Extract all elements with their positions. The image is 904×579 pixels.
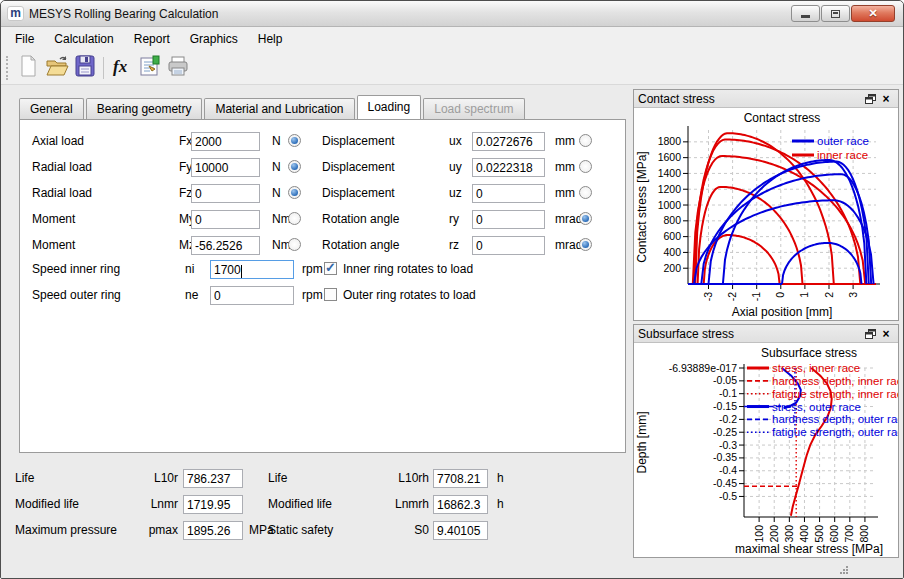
svg-text:-0.45: -0.45 [713,477,737,489]
svg-text:Axial position [mm]: Axial position [mm] [732,305,833,319]
menu-item-graphics[interactable]: Graphics [180,28,248,50]
svg-text:700: 700 [843,525,855,543]
field-label: Displacement [322,160,395,174]
dock-panel-header[interactable]: Subsurface stress × [634,325,898,343]
ni-input[interactable] [210,260,294,279]
new-file-button[interactable] [15,54,43,82]
menu-item-calculation[interactable]: Calculation [44,28,123,50]
close-panel-icon[interactable]: × [878,92,894,106]
Fx-input[interactable] [191,132,260,151]
svg-text:outer race: outer race [817,135,869,147]
Lnmrh-value[interactable] [433,495,488,514]
field-unit: mm [555,186,575,200]
ux-radio[interactable] [579,134,592,147]
dock-panel-header[interactable]: Contact stress × [634,90,898,108]
result-symbol: L10rh [371,471,429,485]
minimize-button[interactable] [791,5,820,22]
float-panel-icon[interactable] [862,92,878,106]
Fz-input[interactable] [191,184,260,203]
form-row: Axial loadFxNDisplacementuxmm [20,132,625,154]
uy-input[interactable] [472,158,545,177]
field-label: Moment [32,238,75,252]
close-panel-icon[interactable]: × [878,327,894,341]
menu-item-help[interactable]: Help [248,28,293,50]
ni-rotation-checkbox[interactable] [324,262,337,275]
Fz-radio[interactable] [288,186,301,199]
uz-input[interactable] [472,184,545,203]
svg-text:Contact stress [MPa]: Contact stress [MPa] [635,151,649,262]
float-panel-icon[interactable] [862,327,878,341]
svg-text:stress, outer race: stress, outer race [772,401,861,413]
svg-text:-0.05: -0.05 [713,374,737,386]
svg-text:400: 400 [663,246,681,258]
ne-rotation-checkbox[interactable] [324,288,337,301]
close-button[interactable]: ✕ [851,5,895,22]
svg-text:200: 200 [768,525,780,543]
svg-text:1: 1 [798,292,810,298]
Fx-radio[interactable] [288,134,301,147]
toolbar-separator [103,57,104,79]
main-content: GeneralBearing geometryMaterial and Lubr… [1,85,903,561]
menu-item-report[interactable]: Report [124,28,180,50]
checkbox-label: Outer ring rotates to load [343,288,476,302]
resize-grip[interactable] [839,565,849,575]
field-unit: rpm [302,288,323,302]
field-label: Speed inner ring [32,262,120,276]
L10r-value[interactable] [183,469,243,488]
svg-text:200: 200 [663,262,681,274]
S0-value[interactable] [433,521,488,540]
svg-text:hardness depth, outer race: hardness depth, outer race [772,413,898,425]
tab-bearing-geometry[interactable]: Bearing geometry [86,98,203,119]
maximize-button[interactable] [821,5,850,22]
field-unit: N [272,160,281,174]
tab-material-and-lubrication[interactable]: Material and Lubrication [204,98,354,119]
Mz-input[interactable] [191,236,260,255]
toolbar-drag-handle[interactable] [6,56,10,80]
rz-radio[interactable] [579,238,592,251]
form-row: Radial loadFzNDisplacementuzmm [20,184,625,206]
svg-text:600: 600 [663,230,681,242]
ux-input[interactable] [472,132,545,151]
menu-item-file[interactable]: File [5,28,44,50]
svg-text:-0.15: -0.15 [713,400,737,412]
svg-text:-1: -1 [750,292,762,301]
uy-radio[interactable] [579,160,592,173]
svg-text:-0.5: -0.5 [719,490,737,502]
result-label: Modified life [268,497,332,511]
app-icon: m [7,6,24,21]
tab-loading[interactable]: Loading [357,95,422,119]
My-input[interactable] [191,210,260,229]
ry-radio[interactable] [579,212,592,225]
report-preview-button[interactable] [136,54,164,82]
rz-input[interactable] [472,236,545,255]
uz-radio[interactable] [579,186,592,199]
Fy-radio[interactable] [288,160,301,173]
result-row: Maximum pressurepmaxMPaStatic safetyS0 [1,520,641,542]
result-unit: h [497,497,504,511]
Lnmr-value[interactable] [183,495,243,514]
Fy-input[interactable] [191,158,260,177]
tab-general[interactable]: General [19,98,84,119]
svg-text:1600: 1600 [658,151,682,163]
print-button[interactable] [164,54,192,82]
dock-area: Contact stress × 20040060080010001200140… [633,89,899,561]
title-bar[interactable]: m MESYS Rolling Bearing Calculation ✕ [1,1,903,27]
ry-input[interactable] [472,210,545,229]
ne-input[interactable] [210,286,294,305]
dock-panel-subsurface-stress: Subsurface stress × -6.93889e-017-0.05-0… [633,324,899,558]
field-symbol: uz [449,186,462,200]
My-radio[interactable] [288,212,301,225]
tab-load-spectrum[interactable]: Load spectrum [423,98,524,119]
open-file-button[interactable] [43,54,71,82]
svg-text:300: 300 [783,525,795,543]
form-row: Speed inner ringnirpmInner ring rotates … [20,260,625,282]
svg-text:100: 100 [753,525,765,543]
subsurface-stress-chart: -6.93889e-017-0.05-0.1-0.15-0.2-0.25-0.3… [634,343,898,557]
form-row: Speed outer ringnerpmOuter ring rotates … [20,286,625,308]
save-file-button[interactable] [71,54,99,82]
formulas-button[interactable]: fx [108,54,136,82]
pmax-value[interactable] [183,521,243,540]
L10rh-value[interactable] [433,469,488,488]
svg-text:-0.35: -0.35 [713,451,737,463]
Mz-radio[interactable] [288,238,301,251]
